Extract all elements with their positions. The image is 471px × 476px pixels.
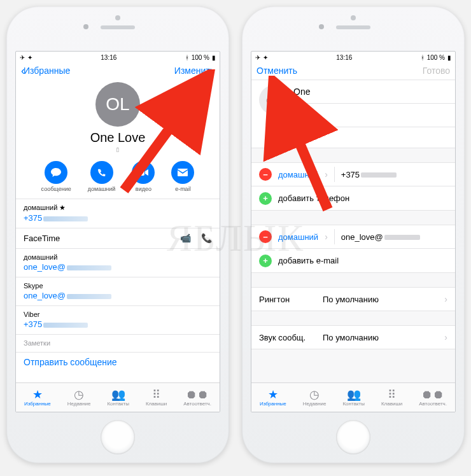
first-name-field[interactable]: One [293,80,455,104]
tab-клавиши[interactable]: ⠿Клавиши [146,389,167,407]
back-label: Избранные [24,66,70,76]
battery-icon: ▮ [212,54,216,61]
star-icon: ★ [32,389,43,400]
add-email-row[interactable]: + добавить e-mail [251,249,455,273]
tab-label: Избранные [24,401,51,407]
tab-контакты[interactable]: 👥Контакты [107,389,129,407]
tab-label: Клавиши [381,401,402,407]
chevron-right-icon: › [444,332,447,342]
status-bar: ✈ ✦ 13:16 ᚼ 100 % ▮ [251,52,455,63]
add-photo-button[interactable]: фото [259,85,288,115]
add-phone-button[interactable]: + [259,192,272,205]
tab-label: Автоответч. [419,401,447,407]
remove-phone-button[interactable]: − [259,168,272,181]
keypad-icon: ⠿ [388,389,396,400]
video-icon [132,161,155,184]
facetime-video-icon[interactable]: 📹 [180,233,191,243]
home-button[interactable] [101,420,135,454]
tab-label: Недавние [303,401,327,407]
ringtone-row[interactable]: Рингтон По умолчанию › [251,287,455,311]
company-field[interactable]:  [293,127,455,148]
tab-автоответч.[interactable]: ⏺⏺Автоответч. [419,389,447,407]
battery-icon: ▮ [447,54,451,61]
bluetooth-icon: ᚼ [421,54,425,61]
home-button[interactable] [336,420,370,454]
row-home-email[interactable]: домашний one_love@ [16,248,220,277]
phone-icon [90,161,113,184]
chevron-right-icon: › [325,169,328,179]
tab-bar: ★Избранные◷Недавние👥Контакты⠿Клавиши⏺⏺Ав… [16,382,220,412]
tab-избранные[interactable]: ★Избранные [260,389,286,407]
add-phone-row[interactable]: + добавить телефон [251,186,455,211]
contacts-icon: 👥 [347,389,361,400]
chevron-right-icon: › [444,294,447,304]
add-email-button[interactable]: + [259,255,272,267]
contact-actions: сообщение домашний видео e-mail [16,161,220,192]
action-call[interactable]: домашний [88,161,116,192]
tab-недавние[interactable]: ◷Недавние [303,389,327,407]
tab-избранные[interactable]: ★Избранные [24,389,51,407]
action-video[interactable]: видео [132,161,155,192]
tab-автоответч.[interactable]: ⏺⏺Автоответч. [183,389,211,407]
status-bar: ✈ ✦ 13:16 ᚼ 100 % ▮ [16,52,220,63]
tab-label: Недавние [67,401,91,407]
status-time: 13:16 [336,54,352,61]
tab-label: Автоответч. [183,401,211,407]
row-home-phone[interactable]: домашний ★ +375 [16,199,220,228]
contact-name: One Love [16,130,220,145]
clock-icon: ◷ [309,389,320,400]
tab-label: Контакты [342,401,365,407]
tab-клавиши[interactable]: ⠿Клавиши [381,389,402,407]
airplane-icon: ✈ [255,54,260,61]
mail-icon [171,161,194,184]
phone-row[interactable]: − домашний › +375 [251,162,455,186]
svg-rect-0 [138,169,144,176]
company-apple-icon:  [293,134,296,141]
tab-label: Контакты [107,401,129,407]
wifi-icon: ✦ [27,54,32,61]
tab-label: Клавиши [146,401,167,407]
tab-bar: ★Избранные◷Недавние👥Контакты⠿Клавиши⏺⏺Ав… [251,382,455,412]
battery-text: 100 % [192,54,209,61]
star-icon: ★ [268,389,278,400]
airplane-icon: ✈ [20,54,25,61]
tab-label: Избранные [260,401,286,407]
cancel-button[interactable]: Отменить [257,66,297,76]
status-time: 13:16 [101,54,116,61]
row-viber[interactable]: Viber +375 [16,305,220,334]
row-notes[interactable]: Заметки [16,334,220,352]
action-message[interactable]: сообщение [41,161,71,192]
text-tone-row[interactable]: Звук сообщ. По умолчанию › [251,325,455,349]
contact-avatar: OL [95,82,140,127]
keypad-icon: ⠿ [152,389,160,400]
company-apple-icon:  [16,146,220,153]
tab-недавние[interactable]: ◷Недавние [67,389,91,407]
remove-email-button[interactable]: − [259,230,272,243]
voicemail-icon: ⏺⏺ [186,389,209,400]
chevron-right-icon: › [325,232,328,242]
wifi-icon: ✦ [263,54,268,61]
done-button[interactable]: Готово [423,66,450,76]
edit-button[interactable]: Изменить [174,66,214,76]
row-skype[interactable]: Skype one_love@ [16,277,220,305]
battery-text: 100 % [427,54,445,61]
tab-контакты[interactable]: 👥Контакты [342,389,365,407]
email-row[interactable]: − домашний › one_love@ [251,225,455,249]
action-email[interactable]: e-mail [171,161,194,192]
last-name-field[interactable]: Love [293,104,455,127]
bluetooth-icon: ᚼ [185,54,189,61]
message-icon [45,161,67,184]
clock-icon: ◷ [74,389,84,400]
row-send-message[interactable]: Отправить сообщение [16,352,220,372]
back-button[interactable]: ‹ Избранные [21,66,70,76]
facetime-audio-icon[interactable]: 📞 [201,233,212,243]
row-facetime[interactable]: FaceTime 📹 📞 [16,228,220,248]
contacts-icon: 👥 [111,389,125,400]
voicemail-icon: ⏺⏺ [421,389,444,400]
